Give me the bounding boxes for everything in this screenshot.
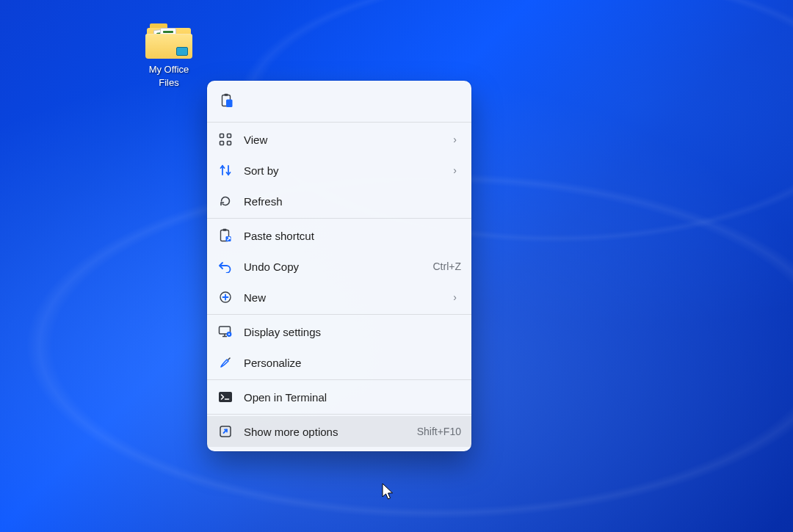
menu-item-personalize[interactable]: Personalize xyxy=(207,347,471,378)
grid-icon xyxy=(217,131,233,147)
menu-item-undo-copy[interactable]: Undo Copy Ctrl+Z xyxy=(207,251,471,282)
windows-desktop[interactable]: My Office Files View › xyxy=(0,0,793,532)
menu-item-shortcut: Ctrl+Z xyxy=(433,260,462,272)
svg-rect-8 xyxy=(223,229,227,231)
menu-separator xyxy=(207,414,471,415)
menu-separator xyxy=(207,122,471,123)
svg-rect-6 xyxy=(228,142,231,145)
display-settings-icon xyxy=(217,324,233,340)
desktop-context-menu: View › Sort by › Refresh Paste shortcut xyxy=(207,81,471,451)
svg-rect-5 xyxy=(220,142,224,145)
refresh-icon xyxy=(217,193,233,209)
menu-item-open-terminal[interactable]: Open in Terminal xyxy=(207,382,471,412)
menu-item-refresh[interactable]: Refresh xyxy=(207,186,471,216)
svg-rect-4 xyxy=(228,134,231,138)
svg-rect-14 xyxy=(219,392,232,402)
svg-rect-1 xyxy=(225,94,228,96)
menu-item-label: Undo Copy xyxy=(244,260,423,273)
menu-item-paste-shortcut[interactable]: Paste shortcut xyxy=(207,220,471,251)
menu-item-label: Display settings xyxy=(244,326,461,338)
context-menu-top-row xyxy=(207,85,471,120)
svg-point-13 xyxy=(228,333,230,335)
menu-item-view[interactable]: View › xyxy=(207,124,471,155)
menu-item-label: View xyxy=(244,134,443,146)
menu-item-label: Refresh xyxy=(244,195,461,208)
menu-item-shortcut: Shift+F10 xyxy=(417,426,461,437)
desktop-icon-label: My Office Files xyxy=(132,63,206,90)
chevron-right-icon: › xyxy=(453,134,461,145)
menu-item-new[interactable]: New › xyxy=(207,282,471,313)
plus-circle-icon xyxy=(217,289,233,305)
chevron-right-icon: › xyxy=(453,164,461,176)
menu-item-label: New xyxy=(244,291,443,304)
sort-icon xyxy=(217,162,233,178)
mouse-cursor-icon xyxy=(382,483,395,502)
menu-separator xyxy=(207,379,471,380)
undo-icon xyxy=(217,258,233,274)
clipboard-paste-icon xyxy=(220,93,233,108)
menu-item-show-more-options[interactable]: Show more options Shift+F10 xyxy=(207,416,471,447)
menu-item-label: Open in Terminal xyxy=(244,391,461,404)
menu-separator xyxy=(207,218,471,219)
menu-item-label: Paste shortcut xyxy=(244,230,461,242)
svg-rect-3 xyxy=(220,134,224,138)
menu-item-sort-by[interactable]: Sort by › xyxy=(207,155,471,186)
menu-item-display-settings[interactable]: Display settings xyxy=(207,316,471,347)
paste-shortcut-icon xyxy=(217,227,233,244)
menu-item-label: Show more options xyxy=(244,426,407,438)
chevron-right-icon: › xyxy=(453,291,461,303)
svg-rect-2 xyxy=(226,100,233,108)
terminal-icon xyxy=(217,389,233,405)
desktop-folder-my-office-files[interactable]: My Office Files xyxy=(132,22,206,90)
show-more-icon xyxy=(217,423,233,440)
paintbrush-icon xyxy=(217,354,233,371)
menu-item-label: Personalize xyxy=(244,357,461,369)
menu-item-label: Sort by xyxy=(244,164,443,177)
paste-button[interactable] xyxy=(214,88,239,113)
folder-icon xyxy=(145,22,192,59)
menu-separator xyxy=(207,314,471,315)
